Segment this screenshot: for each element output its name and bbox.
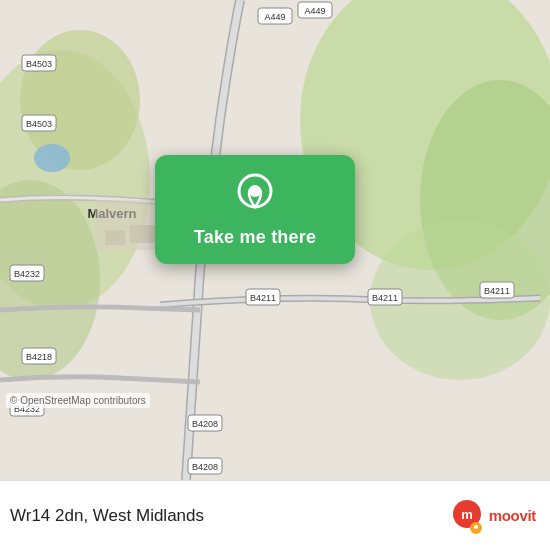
moovit-icon: m — [449, 498, 485, 534]
svg-point-3 — [20, 30, 140, 170]
location-label: Wr14 2dn, West Midlands — [10, 506, 204, 526]
moovit-logo: m moovit — [449, 498, 536, 534]
location-pin-icon — [233, 173, 277, 217]
svg-point-41 — [474, 525, 478, 529]
moovit-label: moovit — [489, 507, 536, 524]
svg-text:B4503: B4503 — [26, 119, 52, 129]
svg-text:B4211: B4211 — [250, 293, 276, 303]
svg-text:B4208: B4208 — [192, 419, 218, 429]
map-view: A449 B4503 B4503 B4232 B4232 B4218 B4211… — [0, 0, 550, 480]
svg-text:B4503: B4503 — [26, 59, 52, 69]
bottom-bar: Wr14 2dn, West Midlands m moovit — [0, 480, 550, 550]
take-me-there-button[interactable]: Take me there — [194, 227, 316, 248]
svg-rect-35 — [130, 225, 155, 243]
svg-text:B4211: B4211 — [372, 293, 398, 303]
navigation-popup[interactable]: Take me there — [155, 155, 355, 264]
svg-text:B4232: B4232 — [14, 269, 40, 279]
map-attribution: © OpenStreetMap contributors — [6, 393, 150, 408]
svg-point-7 — [34, 144, 70, 172]
svg-text:B4208: B4208 — [192, 462, 218, 472]
svg-rect-34 — [105, 230, 125, 245]
svg-text:B4218: B4218 — [26, 352, 52, 362]
svg-text:B4211: B4211 — [484, 286, 510, 296]
svg-text:A449: A449 — [264, 12, 285, 22]
svg-text:A449: A449 — [304, 6, 325, 16]
svg-text:m: m — [461, 507, 473, 522]
